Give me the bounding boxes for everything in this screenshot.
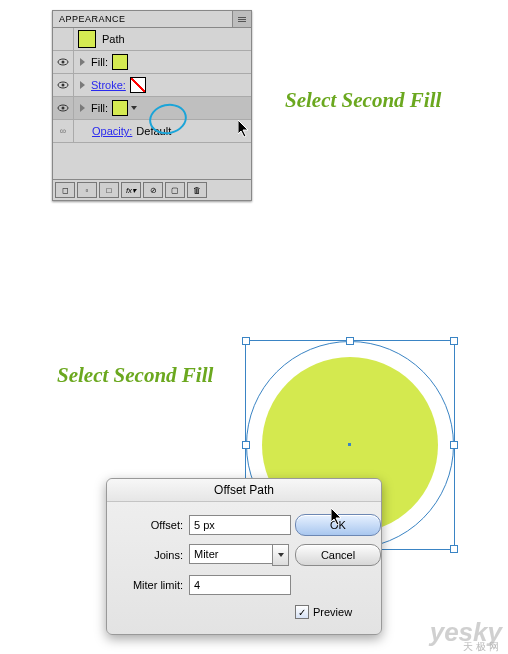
svg-point-3 (62, 84, 65, 87)
fx-toggle[interactable]: ∞ (53, 120, 74, 142)
resize-handle[interactable] (346, 337, 354, 345)
appearance-panel: APPEARANCE Path Fill: Stroke: Fill: ∞ Op… (52, 10, 252, 201)
fill-label: Fill: (91, 102, 108, 114)
joins-value[interactable] (189, 544, 272, 564)
panel-title[interactable]: APPEARANCE (53, 11, 132, 27)
visibility-toggle[interactable] (53, 51, 74, 73)
cursor-icon (238, 120, 252, 138)
preview-checkbox[interactable]: ✓ Preview (295, 605, 381, 619)
offset-path-dialog: Offset Path Offset: OK Joins: Cancel Mit… (106, 478, 382, 635)
panel-frame: APPEARANCE Path Fill: Stroke: Fill: ∞ Op… (52, 10, 252, 201)
duplicate-button[interactable]: ▫ (77, 182, 97, 198)
caption-mid: Select Second Fill (57, 363, 213, 388)
preview-label: Preview (313, 606, 352, 618)
fill-swatch[interactable] (112, 100, 128, 116)
chevron-down-icon[interactable] (272, 544, 289, 566)
stroke-swatch-none[interactable] (130, 77, 146, 93)
fill-label: Fill: (91, 56, 108, 68)
dialog-title: Offset Path (107, 479, 381, 502)
new-fill-button[interactable]: ▢ (165, 182, 185, 198)
fx-button[interactable]: fx▾ (121, 182, 141, 198)
fill-row-2[interactable]: Fill: (53, 97, 251, 120)
panel-footer: ◻ ▫ □ fx▾ ⊘ ▢ 🗑 (53, 179, 251, 200)
offset-label: Offset: (119, 519, 183, 531)
resize-handle[interactable] (450, 337, 458, 345)
stroke-row[interactable]: Stroke: (53, 74, 251, 97)
opacity-label[interactable]: Opacity: (92, 125, 132, 137)
trash-button[interactable]: 🗑 (187, 182, 207, 198)
miter-label: Miter limit: (119, 579, 183, 591)
cancel-button[interactable]: Cancel (295, 544, 381, 566)
watermark-sub: 天极网 (463, 640, 502, 654)
visibility-toggle (53, 28, 74, 50)
center-point (348, 443, 351, 446)
joins-label: Joins: (119, 549, 183, 561)
resize-handle[interactable] (450, 441, 458, 449)
swatch-dropdown-icon[interactable] (130, 104, 138, 112)
stroke-label[interactable]: Stroke: (91, 79, 126, 91)
visibility-toggle[interactable] (53, 74, 74, 96)
delete-appearance-button[interactable]: ⊘ (143, 182, 163, 198)
resize-handle[interactable] (242, 337, 250, 345)
opacity-row[interactable]: ∞ Opacity: Default (53, 120, 251, 143)
caption-top: Select Second Fill (285, 88, 441, 113)
checkbox-icon[interactable]: ✓ (295, 605, 309, 619)
expand-icon[interactable] (80, 81, 85, 89)
joins-select[interactable] (189, 544, 289, 566)
offset-input[interactable] (189, 515, 291, 535)
path-row[interactable]: Path (53, 28, 251, 51)
path-swatch (78, 30, 96, 48)
fill-swatch[interactable] (112, 54, 128, 70)
svg-point-1 (62, 61, 65, 64)
clear-button[interactable]: □ (99, 182, 119, 198)
expand-icon[interactable] (80, 104, 85, 112)
cursor-icon (331, 508, 345, 526)
path-label: Path (102, 33, 125, 45)
opacity-value: Default (136, 125, 171, 137)
panel-tabbar: APPEARANCE (53, 11, 251, 28)
svg-point-5 (62, 107, 65, 110)
resize-handle[interactable] (242, 441, 250, 449)
new-art-button[interactable]: ◻ (55, 182, 75, 198)
resize-handle[interactable] (450, 545, 458, 553)
panel-spacer (53, 143, 251, 179)
visibility-toggle[interactable] (53, 97, 74, 119)
panel-menu-button[interactable] (232, 11, 251, 27)
expand-icon[interactable] (80, 58, 85, 66)
fill-row-1[interactable]: Fill: (53, 51, 251, 74)
miter-input[interactable] (189, 575, 291, 595)
